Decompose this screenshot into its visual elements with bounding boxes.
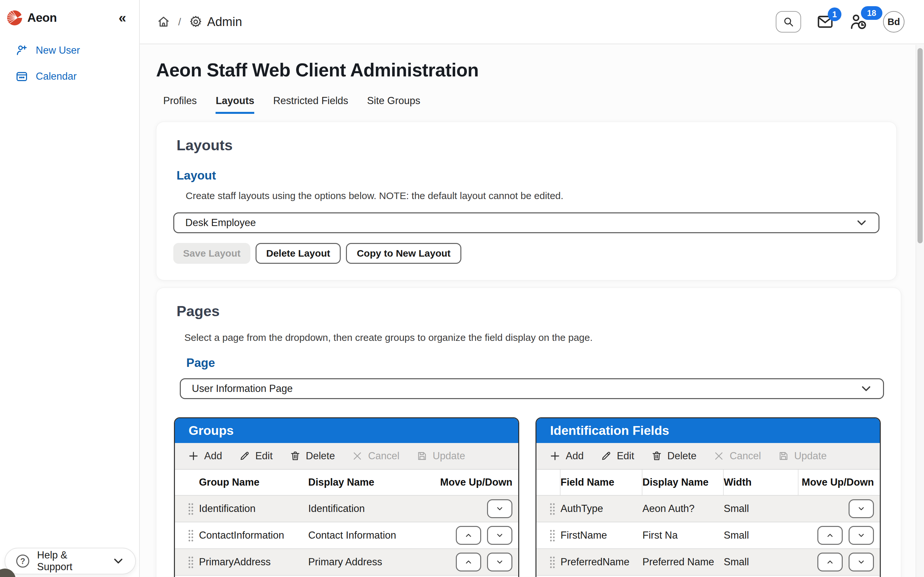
delete-button[interactable]: Delete <box>651 450 697 462</box>
move-down-button[interactable] <box>487 499 513 518</box>
column-move-up-down: Move Up/Down <box>799 477 880 488</box>
drag-handle-icon[interactable] <box>550 556 555 568</box>
sidebar-item-label: New User <box>36 45 80 56</box>
people-activity-button[interactable]: 18 <box>849 13 868 31</box>
avatar[interactable]: Bd <box>883 11 905 32</box>
layout-select-value: Desk Employee <box>185 217 256 229</box>
drag-handle-icon[interactable] <box>188 556 194 568</box>
add-button[interactable]: Add <box>550 450 583 462</box>
edit-button[interactable]: Edit <box>239 450 272 462</box>
sidebar-collapse-icon[interactable]: « <box>119 11 126 25</box>
table-row: FirstName First Na Small <box>537 522 880 548</box>
update-label: Update <box>794 450 827 462</box>
pages-description: Select a page from the dropdown, then cr… <box>184 332 884 343</box>
chevron-up-icon <box>463 532 474 539</box>
page-select[interactable]: User Information Page <box>180 378 884 399</box>
edit-button[interactable]: Edit <box>601 450 634 462</box>
breadcrumb: / Admin <box>157 15 242 29</box>
move-up-button[interactable] <box>817 526 843 545</box>
cancel-label: Cancel <box>730 450 761 462</box>
delete-button[interactable]: Delete <box>290 450 335 462</box>
vertical-scrollbar[interactable] <box>916 45 924 577</box>
page-title: Aeon Staff Web Client Administration <box>156 59 924 81</box>
move-down-button[interactable] <box>848 553 874 572</box>
brand: Aeon <box>7 10 57 25</box>
groups-panel: Groups Add Edit Delete Cancel Update Gro… <box>174 417 519 577</box>
drag-handle-icon[interactable] <box>188 503 194 515</box>
page-select-value: User Information Page <box>192 383 292 395</box>
cancel-label: Cancel <box>368 450 400 462</box>
help-support-label: Help & Support <box>37 550 105 573</box>
identification-fields-panel: Identification Fields Add Edit Delete Ca… <box>535 417 881 577</box>
brand-name: Aeon <box>27 11 57 25</box>
layouts-heading: Layouts <box>177 137 879 154</box>
field-name-cell: PreferredName <box>561 556 643 568</box>
topbar: / Admin 1 18 Bd <box>140 0 924 44</box>
fields-toolbar: Add Edit Delete Cancel Update <box>537 443 880 470</box>
fields-table-header: Field Name Display Name Width Move Up/Do… <box>537 470 880 495</box>
move-down-button[interactable] <box>848 526 874 545</box>
drag-handle-icon[interactable] <box>188 529 194 542</box>
chevron-down-icon <box>495 558 505 566</box>
cancel-button[interactable]: Cancel <box>713 450 761 462</box>
tab-restricted-fields[interactable]: Restricted Fields <box>273 95 348 114</box>
delete-layout-button[interactable]: Delete Layout <box>256 243 341 264</box>
save-layout-button[interactable]: Save Layout <box>173 243 250 264</box>
tab-site-groups[interactable]: Site Groups <box>367 95 420 114</box>
page-content: Aeon Staff Web Client Administration Pro… <box>140 44 924 577</box>
move-down-button[interactable] <box>487 526 513 545</box>
plus-icon <box>550 450 561 461</box>
group-name-cell: ContactInformation <box>199 530 308 541</box>
layout-description: Create staff layouts using the options b… <box>186 190 879 201</box>
column-group-name: Group Name <box>199 477 308 488</box>
drag-handle-icon[interactable] <box>550 529 555 542</box>
update-button[interactable]: Update <box>778 450 827 462</box>
pages-heading: Pages <box>177 303 884 320</box>
cancel-button[interactable]: Cancel <box>352 450 400 462</box>
copy-to-new-layout-button[interactable]: Copy to New Layout <box>346 243 461 264</box>
search-button[interactable] <box>776 11 801 32</box>
topbar-actions: 1 18 Bd <box>776 11 905 32</box>
add-button[interactable]: Add <box>188 450 222 462</box>
move-down-button[interactable] <box>848 499 874 518</box>
drag-handle-icon[interactable] <box>550 503 555 515</box>
pages-card: Pages Select a page from the dropdown, t… <box>156 287 901 577</box>
chevron-up-icon <box>825 558 835 566</box>
chevron-down-icon <box>856 217 868 229</box>
sidebar-item-calendar[interactable]: Calendar <box>16 70 139 82</box>
breadcrumb-separator: / <box>178 16 181 28</box>
display-name-cell: Preferred Name <box>643 556 724 568</box>
chevron-down-icon <box>856 505 866 512</box>
field-name-cell: AuthType <box>561 503 643 514</box>
pencil-icon <box>239 450 250 461</box>
move-down-button[interactable] <box>487 553 513 572</box>
edit-label: Edit <box>617 450 634 462</box>
breadcrumb-admin[interactable]: Admin <box>189 15 242 29</box>
x-icon <box>713 450 725 461</box>
tab-layouts[interactable]: Layouts <box>215 95 254 114</box>
update-button[interactable]: Update <box>416 450 465 462</box>
help-support-button[interactable]: ? Help & Support <box>5 548 136 574</box>
chevron-down-icon <box>112 555 124 567</box>
sidebar-item-new-user[interactable]: New User <box>16 44 139 56</box>
add-label: Add <box>566 450 583 462</box>
scrollbar-thumb[interactable] <box>918 48 923 243</box>
tab-bar: Profiles Layouts Restricted Fields Site … <box>163 95 924 114</box>
mail-button[interactable]: 1 <box>817 13 834 30</box>
table-row: Identification Identification <box>175 495 518 522</box>
home-icon[interactable] <box>157 15 170 29</box>
sidebar-item-label: Calendar <box>36 71 77 82</box>
edit-label: Edit <box>255 450 272 462</box>
groups-panel-title: Groups <box>175 418 518 443</box>
table-row: ContactInformation Contact Information <box>175 522 518 548</box>
sidebar-header: Aeon « <box>0 0 139 25</box>
tab-profiles[interactable]: Profiles <box>163 95 197 114</box>
move-up-button[interactable] <box>456 526 481 545</box>
move-up-button[interactable] <box>456 553 481 572</box>
trash-icon <box>651 450 662 461</box>
field-name-cell: FirstName <box>561 530 643 541</box>
display-name-cell: Identification <box>308 503 437 514</box>
move-up-button[interactable] <box>817 553 843 572</box>
layout-select[interactable]: Desk Employee <box>173 213 879 233</box>
floppy-icon <box>416 450 427 461</box>
